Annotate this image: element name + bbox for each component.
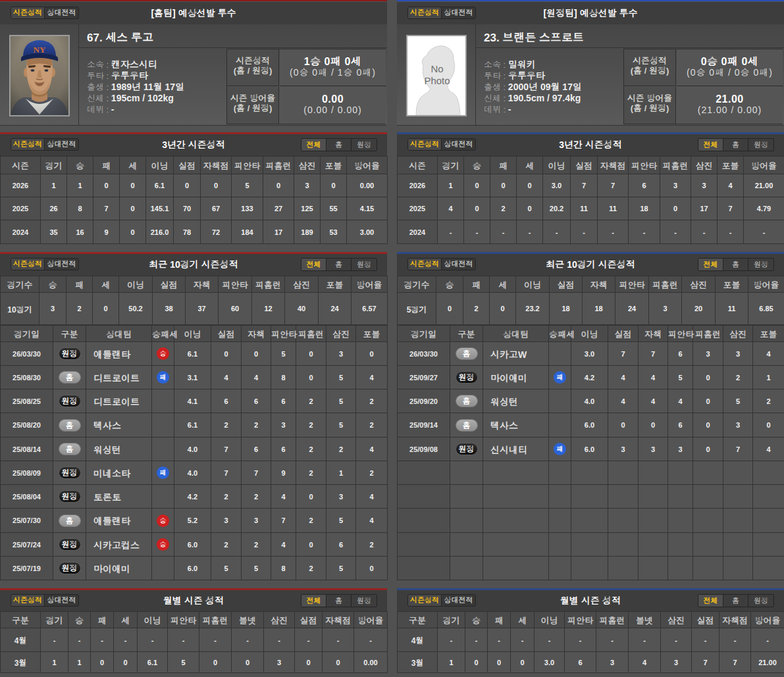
svg-text:Photo: Photo	[424, 75, 450, 86]
svg-text:No: No	[431, 63, 443, 74]
